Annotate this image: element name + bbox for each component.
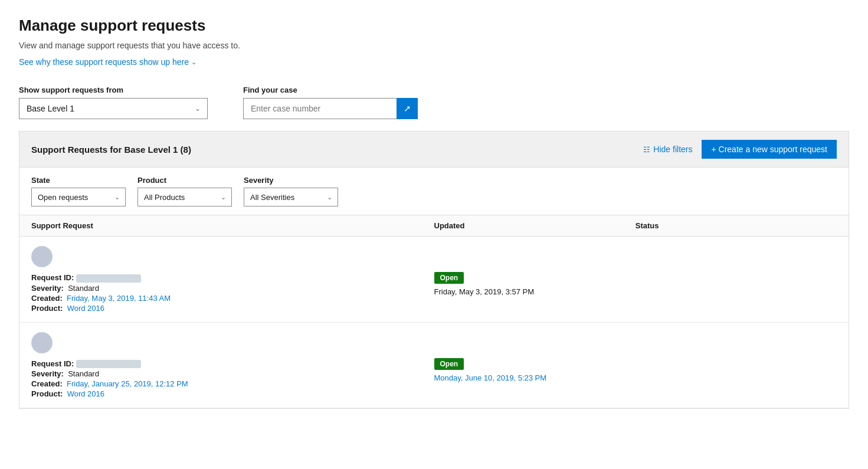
- request-id-field: Request ID:: [31, 359, 434, 369]
- filters-row: State Open requestsAll requestsClosed re…: [19, 168, 849, 215]
- table-header-bar: Support Requests for Base Level 1 (8) ☷ …: [19, 132, 849, 168]
- state-dropdown-wrapper: Open requestsAll requestsClosed requests…: [31, 188, 126, 206]
- table-container: Support Requests for Base Level 1 (8) ☷ …: [19, 131, 849, 409]
- severity-dropdown-wrapper: All SeveritiesMinimalModerateImportantCr…: [244, 188, 338, 206]
- see-why-link[interactable]: See why these support requests show up h…: [19, 57, 196, 67]
- status-badge: Open: [434, 358, 464, 370]
- request-info-col: Request ID: Severity: Standard Created: …: [31, 332, 434, 399]
- show-from-dropdown-wrapper: Base Level 1All subscriptions ⌄: [19, 98, 208, 119]
- table-row[interactable]: Request ID: Severity: Standard Created: …: [19, 323, 849, 409]
- request-id-field: Request ID:: [31, 273, 434, 283]
- updated-date: Friday, May 3, 2019, 3:57 PM: [434, 287, 636, 296]
- updated-col: Open Monday, June 10, 2019, 5:23 PM: [434, 332, 636, 382]
- request-info-col: Request ID: Severity: Standard Created: …: [31, 246, 434, 313]
- severity-filter-group: Severity All SeveritiesMinimalModerateIm…: [244, 176, 338, 206]
- severity-field: Severity: Standard: [31, 284, 434, 293]
- state-filter-label: State: [31, 176, 126, 185]
- col-header-updated: Updated: [434, 221, 636, 230]
- state-filter-group: State Open requestsAll requestsClosed re…: [31, 176, 126, 206]
- hide-filters-button[interactable]: ☷ Hide filters: [643, 145, 692, 154]
- product-filter-group: Product All ProductsWord 2016Excel 2016 …: [137, 176, 232, 206]
- find-case-label: Find your case: [243, 86, 418, 94]
- state-filter-dropdown[interactable]: Open requestsAll requestsClosed requests: [31, 188, 126, 206]
- chevron-down-icon: ⌄: [191, 58, 196, 66]
- find-case-button[interactable]: ➚: [397, 98, 418, 119]
- created-field: Created: Friday, May 3, 2019, 11:43 AM: [31, 294, 434, 303]
- created-field: Created: Friday, January 25, 2019, 12:12…: [31, 379, 434, 388]
- show-from-dropdown[interactable]: Base Level 1All subscriptions: [19, 98, 208, 119]
- table-header-actions: ☷ Hide filters + Create a new support re…: [643, 140, 837, 159]
- updated-date: Monday, June 10, 2019, 5:23 PM: [434, 373, 636, 382]
- table-row[interactable]: Request ID: Severity: Standard Created: …: [19, 237, 849, 323]
- page-container: Manage support requests View and manage …: [0, 0, 868, 425]
- status-col: [636, 246, 837, 272]
- col-header-status: Status: [636, 221, 837, 230]
- table-title: Support Requests for Base Level 1 (8): [31, 145, 191, 155]
- show-from-group: Show support requests from Base Level 1A…: [19, 86, 208, 119]
- external-link-icon: ➚: [404, 103, 411, 114]
- case-number-input[interactable]: [243, 98, 397, 119]
- filter-icon: ☷: [643, 145, 650, 154]
- product-field: Product: Word 2016: [31, 304, 434, 313]
- controls-row: Show support requests from Base Level 1A…: [19, 86, 849, 119]
- updated-col: Open Friday, May 3, 2019, 3:57 PM: [434, 246, 636, 296]
- column-headers: Support Request Updated Status: [19, 215, 849, 237]
- product-dropdown-wrapper: All ProductsWord 2016Excel 2016 ⌄: [137, 188, 232, 206]
- find-case-input-row: ➚: [243, 98, 418, 119]
- severity-filter-dropdown[interactable]: All SeveritiesMinimalModerateImportantCr…: [244, 188, 338, 206]
- show-from-label: Show support requests from: [19, 86, 208, 94]
- avatar: [31, 246, 53, 267]
- status-col: [636, 332, 837, 358]
- status-badge: Open: [434, 272, 464, 284]
- avatar: [31, 332, 53, 353]
- product-filter-label: Product: [137, 176, 232, 185]
- severity-field: Severity: Standard: [31, 369, 434, 378]
- product-filter-dropdown[interactable]: All ProductsWord 2016Excel 2016: [137, 188, 232, 206]
- severity-filter-label: Severity: [244, 176, 338, 185]
- find-case-group: Find your case ➚: [243, 86, 418, 119]
- col-header-request: Support Request: [31, 221, 434, 230]
- page-title: Manage support requests: [19, 17, 849, 35]
- create-support-request-button[interactable]: + Create a new support request: [702, 140, 837, 159]
- product-field: Product: Word 2016: [31, 389, 434, 398]
- page-subtitle: View and manage support requests that yo…: [19, 41, 849, 50]
